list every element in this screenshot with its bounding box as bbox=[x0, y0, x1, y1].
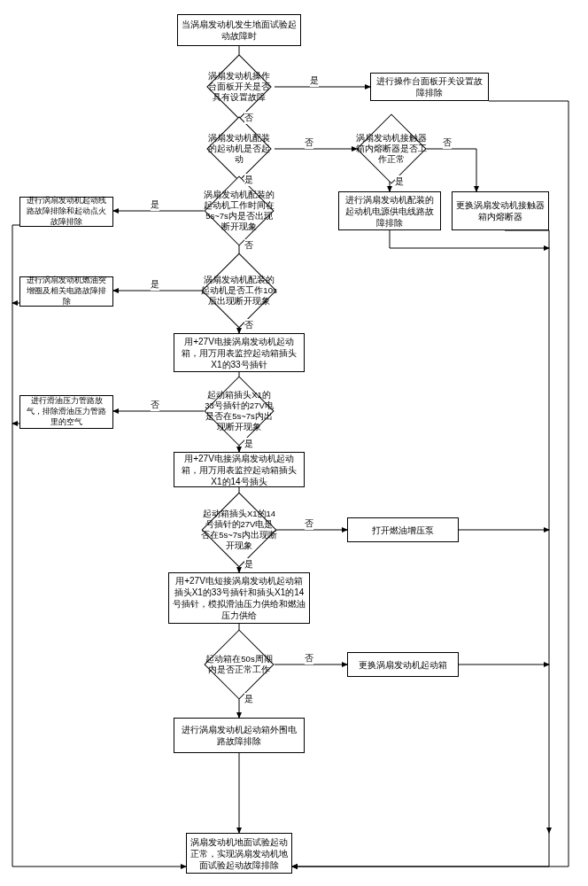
decision-starter-run: 涡扇发动机配装的起动机是否起动 bbox=[216, 126, 262, 172]
label-yes: 是 bbox=[151, 278, 159, 291]
process-peripheral-circuit: 进行涡扇发动机起动箱外围电路故障排除 bbox=[174, 718, 305, 753]
decision-5-7s-break: 涡扇发动机配装的起动机工作时间在5s~7s内是否出现断开现象 bbox=[214, 186, 264, 236]
action-replace-fuse: 更换涡扇发动机接触器箱内熔断器 bbox=[452, 191, 549, 230]
label-no: 否 bbox=[244, 319, 253, 331]
decision-50s-normal: 起动箱在50s周期内是否正常工作 bbox=[214, 640, 264, 689]
action-replace-startbox: 更换涡扇发动机起动箱 bbox=[347, 652, 459, 677]
label-yes: 是 bbox=[395, 175, 404, 188]
label-yes: 是 bbox=[244, 558, 253, 571]
end-node: 涡扇发动机地面试验起动正常，实现涡扇发动机地面试验起动故障排除 bbox=[186, 833, 292, 874]
action-fuel-surge: 进行涡扇发动机燃油突增圈及相关电路故障排除 bbox=[19, 276, 113, 307]
decision-pin33-break: 起动箱插头X1的33号插针的27V电是否在5s~7s内出现断开现象 bbox=[214, 386, 264, 436]
start-text: 当涡扇发动机发生地面试验起动故障时 bbox=[182, 19, 297, 42]
label-yes: 是 bbox=[244, 438, 253, 450]
decision-panel-switch: 涡扇发动机操作台面板开关是否具有设置故障 bbox=[216, 64, 262, 110]
action-open-pump: 打开燃油增压泵 bbox=[347, 517, 459, 542]
action-panel-switch: 进行操作台面板开关设置故障排除 bbox=[370, 73, 489, 101]
process-short-33-14: 用+27V电短接涡扇发动机起动箱插头X1的33号插针和插头X1的14号插针，模拟… bbox=[168, 572, 310, 624]
label-no: 否 bbox=[244, 112, 253, 124]
label-no: 否 bbox=[443, 136, 452, 149]
label-no: 否 bbox=[151, 399, 159, 411]
label-no: 否 bbox=[305, 136, 313, 149]
process-monitor-pin14: 用+27V电接涡扇发动机起动箱，用万用表监控起动箱插头X1的14号插头 bbox=[174, 452, 305, 487]
label-yes: 是 bbox=[310, 74, 319, 87]
start-node: 当涡扇发动机发生地面试验起动故障时 bbox=[177, 14, 301, 46]
label-yes: 是 bbox=[244, 693, 253, 705]
action-oil-air: 进行滑油压力管路放气，排除滑油压力管路里的空气 bbox=[19, 395, 113, 429]
label-yes: 是 bbox=[244, 174, 253, 186]
decision-10s-break: 涡扇发动机配装的起动机是否工作10s后出现断开现象 bbox=[213, 264, 266, 317]
action-power-line: 进行涡扇发动机配装的起动机电源供电线路故障排除 bbox=[338, 191, 441, 230]
label-yes: 是 bbox=[151, 198, 159, 211]
label-no: 否 bbox=[244, 239, 253, 252]
label-no: 否 bbox=[305, 652, 313, 664]
label-no: 否 bbox=[305, 517, 313, 530]
process-monitor-pin33: 用+27V电接涡扇发动机起动箱，用万用表监控起动箱插头X1的33号插针 bbox=[174, 333, 305, 372]
action-start-line-ignition: 进行涡扇发动机起动线路故障排除和起动点火故障排除 bbox=[19, 197, 113, 227]
decision-fuse-normal: 涡扇发动机接触器箱内熔断器是否工作正常 bbox=[367, 124, 416, 174]
decision-pin14-break: 起动箱插头X1的14号插针的27V电是否在5s~7s内出现断开现象 bbox=[213, 503, 266, 556]
